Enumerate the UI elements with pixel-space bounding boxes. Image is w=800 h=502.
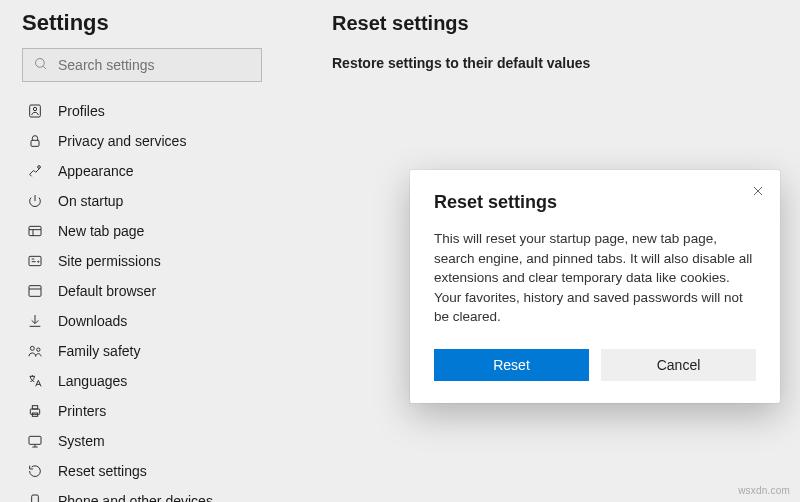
close-icon — [752, 185, 764, 200]
dialog-body: This will reset your startup page, new t… — [434, 229, 756, 327]
watermark-text: wsxdn.com — [738, 485, 790, 496]
cancel-button[interactable]: Cancel — [601, 349, 756, 381]
dialog-actions: Reset Cancel — [434, 349, 756, 381]
dialog-title: Reset settings — [434, 192, 756, 213]
reset-dialog: Reset settings This will reset your star… — [410, 170, 780, 403]
reset-button[interactable]: Reset — [434, 349, 589, 381]
dialog-close-button[interactable] — [742, 176, 774, 208]
